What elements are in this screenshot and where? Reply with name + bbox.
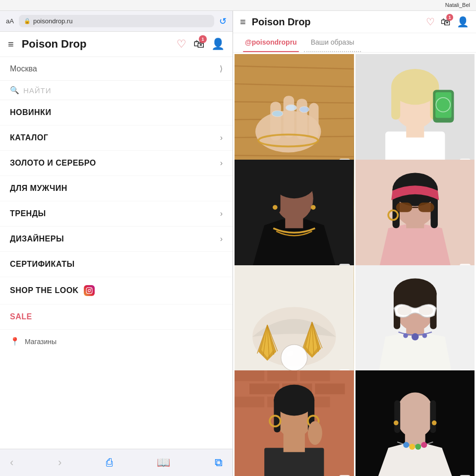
username-label: Natali_Bel <box>445 2 470 8</box>
location-row[interactable]: Москва ⟩ <box>0 57 233 81</box>
svg-point-90 <box>308 421 322 445</box>
svg-point-67 <box>397 305 412 315</box>
svg-rect-79 <box>235 397 264 408</box>
menu-item-sale[interactable]: SALE <box>0 304 233 330</box>
svg-point-34 <box>273 205 278 210</box>
url-text: poisondrop.ru <box>33 17 73 25</box>
bookmarks-button[interactable]: 📖 <box>157 456 170 469</box>
katalog-arrow-icon: › <box>220 133 223 142</box>
browser-bottom-nav: ‹ › ⎙ 📖 ⧉ <box>0 449 233 476</box>
right-tabs: @poisondropru Ваши образы <box>233 33 476 53</box>
photo-cell-7[interactable]: ⊡ <box>235 370 354 476</box>
right-user-icon[interactable]: 👤 <box>457 16 469 28</box>
svg-point-1 <box>88 290 90 292</box>
menu-gold-label: ЗОЛОТО И СЕРЕБРО <box>10 159 96 168</box>
instagram-icon <box>84 285 95 296</box>
back-button[interactable]: ‹ <box>10 456 13 469</box>
svg-point-93 <box>396 393 434 438</box>
address-bar[interactable]: 🔒 poisondrop.ru <box>19 15 214 27</box>
menu-katalog-label: КАТАЛОГ <box>10 133 48 142</box>
right-app-header: ≡ Poison Drop ♡ 🛍 1 👤 <box>233 11 476 33</box>
lock-icon: 🔒 <box>24 18 31 24</box>
left-hamburger-icon[interactable]: ≡ <box>8 39 14 50</box>
svg-point-71 <box>422 333 427 338</box>
refresh-button[interactable]: ↺ <box>219 16 227 27</box>
svg-rect-0 <box>86 288 92 294</box>
svg-rect-24 <box>391 84 400 119</box>
svg-rect-75 <box>300 370 330 381</box>
left-menu-content: Москва ⟩ 🔍 НАЙТИ НОВИНКИ КАТАЛОГ › ЗОЛОТ… <box>0 57 233 476</box>
search-icon: 🔍 <box>10 86 19 95</box>
location-text: Москва <box>10 64 37 73</box>
svg-rect-95 <box>430 400 436 433</box>
search-placeholder: НАЙТИ <box>23 86 52 95</box>
svg-rect-13 <box>297 99 307 139</box>
menu-item-novink[interactable]: НОВИНКИ <box>0 100 233 125</box>
left-header-icons: ♡ 🛍 1 👤 <box>177 38 225 51</box>
menu-item-shop-the-look[interactable]: SHOP THE LOOK <box>0 277 233 304</box>
svg-rect-73 <box>235 370 264 381</box>
svg-point-99 <box>421 442 427 448</box>
menu-item-gold[interactable]: ЗОЛОТО И СЕРЕБРО › <box>0 151 233 176</box>
shop-look-label: SHOP THE LOOK <box>10 286 79 295</box>
svg-point-70 <box>403 333 408 338</box>
svg-point-35 <box>311 205 316 210</box>
svg-rect-12 <box>284 96 295 137</box>
photo-cell-8[interactable]: ⊡ irecommend.ru <box>356 370 475 476</box>
photo-cell-4[interactable]: ⊡ <box>356 160 475 279</box>
tabs-button[interactable]: ⧉ <box>215 456 223 469</box>
tab-poisondropru[interactable]: @poisondropru <box>238 33 304 52</box>
photo-cell-3[interactable]: ⊡ <box>235 160 354 279</box>
svg-point-101 <box>431 420 436 425</box>
photo-cell-5[interactable]: ⊡ <box>235 265 354 385</box>
svg-point-98 <box>415 444 421 450</box>
designers-arrow-icon: › <box>220 235 223 243</box>
left-user-icon[interactable]: 👤 <box>211 38 225 51</box>
menu-novink-label: НОВИНКИ <box>10 108 51 117</box>
left-panel: aA 🔒 poisondrop.ru ↺ ≡ Poison Drop ♡ 🛍 1… <box>0 11 233 476</box>
menu-sale-label: SALE <box>10 312 32 321</box>
left-app-header: ≡ Poison Drop ♡ 🛍 1 👤 <box>0 32 233 57</box>
menu-item-trends[interactable]: ТРЕНДЫ › <box>0 201 233 227</box>
svg-rect-74 <box>267 370 297 381</box>
right-cart-button[interactable]: 🛍 1 <box>441 16 451 28</box>
forward-button[interactable]: › <box>58 456 61 469</box>
svg-point-2 <box>90 289 91 290</box>
menu-item-katalog[interactable]: КАТАЛОГ › <box>0 125 233 151</box>
svg-point-69 <box>412 333 418 340</box>
stores-row[interactable]: 📍 Магазины <box>0 330 233 353</box>
browser-chrome: aA 🔒 poisondrop.ru ↺ <box>0 11 233 32</box>
svg-rect-27 <box>435 92 451 118</box>
trends-arrow-icon: › <box>220 209 223 218</box>
photo-cell-6[interactable]: ⊡ <box>356 265 475 385</box>
svg-point-16 <box>286 105 297 111</box>
right-app-title: Poison Drop <box>252 16 420 28</box>
menu-item-certs[interactable]: СЕРТИФИКАТЫ <box>0 252 233 277</box>
svg-rect-82 <box>264 448 324 476</box>
svg-point-15 <box>272 111 283 117</box>
tab-your-looks[interactable]: Ваши образы <box>304 33 361 52</box>
location-arrow-icon: ⟩ <box>220 64 223 73</box>
photo-cell-2[interactable]: ⊡ <box>356 54 475 174</box>
share-button[interactable]: ⎙ <box>106 456 113 469</box>
menu-item-men[interactable]: ДЛЯ МУЖЧИН <box>0 176 233 201</box>
left-cart-badge: 1 <box>199 35 207 43</box>
photo-cell-1[interactable]: ⊡ <box>235 54 354 174</box>
svg-point-97 <box>409 444 415 450</box>
top-bar: Natali_Bel <box>0 0 476 11</box>
menu-trends-label: ТРЕНДЫ <box>10 209 46 218</box>
left-heart-icon[interactable]: ♡ <box>177 38 186 51</box>
menu-item-designers[interactable]: ДИЗАЙНЕРЫ › <box>0 227 233 252</box>
screens-wrapper: aA 🔒 poisondrop.ru ↺ ≡ Poison Drop ♡ 🛍 1… <box>0 11 476 476</box>
right-heart-icon[interactable]: ♡ <box>426 16 435 28</box>
right-hamburger-icon[interactable]: ≡ <box>240 16 246 28</box>
right-cart-badge: 1 <box>446 14 453 21</box>
tab-your-looks-label: Ваши образы <box>311 38 355 46</box>
gold-arrow-icon: › <box>220 159 223 168</box>
svg-rect-76 <box>249 384 279 395</box>
search-row[interactable]: 🔍 НАЙТИ <box>0 81 233 100</box>
svg-rect-78 <box>315 384 345 395</box>
left-cart-button[interactable]: 🛍 1 <box>193 38 204 51</box>
svg-point-68 <box>418 305 433 315</box>
menu-designers-label: ДИЗАЙНЕРЫ <box>10 235 64 243</box>
